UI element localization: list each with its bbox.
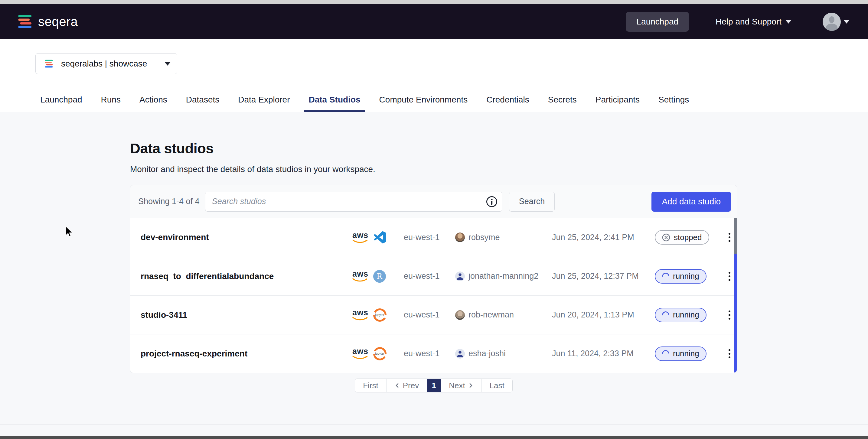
created-timestamp: Jun 11, 2024, 2:33 PM [552,349,655,358]
aws-icon: aws [352,270,368,282]
workspace-selector[interactable]: seqeralabs | showcase [35,53,177,74]
showing-count: Showing 1-4 of 4 [138,197,199,206]
created-timestamp: Jun 25, 2024, 2:41 PM [552,233,655,242]
chevron-down-icon [844,20,849,24]
table-row: studio-3411 aws jupyter eu-west-1 rob-ne… [130,295,737,334]
user-menu[interactable] [823,13,849,31]
studio-environment-icons: aws jupyter [352,347,404,360]
tab-datasets[interactable]: Datasets [181,90,224,112]
person-icon [455,272,465,281]
spinner-icon [660,271,671,281]
pagination-first-button[interactable]: First [355,379,386,392]
help-and-support-label: Help and Support [716,17,781,27]
pagination-prev-button[interactable]: Prev [386,379,427,392]
table-body: dev-environment aws eu-west-1 robsyme Ju… [130,218,737,373]
owner-username: jonathan-manning2 [468,272,538,281]
aws-icon: aws [352,347,368,360]
brand-name: seqera [38,14,78,29]
pagination-next-label: Next [449,381,465,390]
pagination-last-label: Last [490,381,504,390]
workspace-org-icon [44,59,54,69]
status-cell: running [655,269,721,284]
pagination-page-1-button[interactable]: 1 [427,379,441,392]
tab-runs[interactable]: Runs [96,90,125,112]
studio-name-link[interactable]: rnaseq_to_differentialabundance [141,272,352,281]
seqera-mark-icon [17,13,33,30]
table-row: project-rnaseq-experiment aws jupyter eu… [130,334,737,373]
owner-username: esha-joshi [468,349,506,358]
studio-environment-icons: aws R [352,270,404,283]
created-timestamp: Jun 25, 2024, 12:37 PM [552,272,655,281]
search-box [205,192,502,212]
studio-name-link[interactable]: dev-environment [141,232,352,242]
studio-owner: esha-joshi [455,349,552,358]
launchpad-button[interactable]: Launchpad [626,12,689,32]
table-toolbar: Showing 1-4 of 4 Search Add data studio [130,185,737,218]
data-studios-table: Showing 1-4 of 4 Search Add data studio … [130,185,737,373]
spinner-icon [660,310,671,320]
search-button[interactable]: Search [509,192,555,212]
pagination-prev-label: Prev [403,381,419,390]
page-title: Data studios [130,140,737,157]
person-icon [455,349,465,358]
studio-name-link[interactable]: studio-3411 [141,310,352,320]
page-subtitle: Monitor and inspect the details of data … [130,164,737,174]
owner-username: robsyme [468,233,500,242]
r-studio-icon: R [373,270,386,283]
owner-avatar-icon [455,232,465,242]
tab-data-studios[interactable]: Data Studios [304,90,365,112]
owner-avatar-icon [455,272,465,281]
owner-avatar-icon [455,349,465,358]
studio-owner: jonathan-manning2 [455,272,552,281]
vscode-icon [373,231,386,244]
studio-name-link[interactable]: project-rnaseq-experiment [141,349,352,358]
info-circle-icon[interactable] [486,196,497,208]
workspace-tabs: LaunchpadRunsActionsDatasetsData Explore… [0,90,868,112]
tab-participants[interactable]: Participants [591,90,645,112]
status-cell: running [655,308,721,322]
owner-username: rob-newman [468,310,514,320]
tab-credentials[interactable]: Credentials [482,90,534,112]
region-label: eu-west-1 [404,310,455,320]
tab-actions[interactable]: Actions [134,90,172,112]
workspace-name: seqeralabs | showcase [61,59,147,69]
studio-environment-icons: aws [352,231,404,244]
chevron-down-icon [786,20,791,24]
pagination: First Prev 1 Next Last [355,379,513,393]
studio-owner: robsyme [455,232,552,242]
workspace-dropdown-toggle[interactable] [158,54,177,74]
pagination-first-label: First [363,381,378,390]
table-row: dev-environment aws eu-west-1 robsyme Ju… [130,218,737,257]
pagination-last-button[interactable]: Last [482,379,512,392]
add-data-studio-button[interactable]: Add data studio [651,192,731,212]
window-top-strip [0,0,868,4]
status-cell: stopped [655,230,721,245]
aws-icon: aws [352,231,368,244]
seqera-logo[interactable]: seqera [17,13,78,30]
tab-launchpad[interactable]: Launchpad [35,90,87,112]
table-scrollbar-thumb[interactable] [734,218,737,254]
studio-environment-icons: aws jupyter [352,308,404,322]
window-bottom-strip [0,436,868,439]
aws-icon: aws [352,309,368,321]
tab-settings[interactable]: Settings [654,90,694,112]
tab-secrets[interactable]: Secrets [543,90,582,112]
status-badge-stopped: stopped [655,230,709,245]
created-timestamp: Jun 20, 2024, 1:13 PM [552,310,655,320]
region-label: eu-west-1 [404,349,455,358]
search-input[interactable] [205,192,502,212]
help-and-support-menu[interactable]: Help and Support [716,17,791,27]
mouse-cursor [65,226,73,238]
status-cell: running [655,346,721,361]
chevron-left-icon [394,383,400,388]
spinner-icon [660,349,671,359]
status-badge-running: running [655,346,707,361]
table-row: rnaseq_to_differentialabundance aws R eu… [130,257,737,295]
footer-divider [0,425,868,425]
jupyter-icon: jupyter [373,347,386,360]
stopped-circle-x-icon [662,233,670,242]
tab-data-explorer[interactable]: Data Explorer [233,90,294,112]
pagination-next-button[interactable]: Next [441,379,481,392]
tab-compute-environments[interactable]: Compute Environments [374,90,473,112]
status-badge-running: running [655,308,707,322]
